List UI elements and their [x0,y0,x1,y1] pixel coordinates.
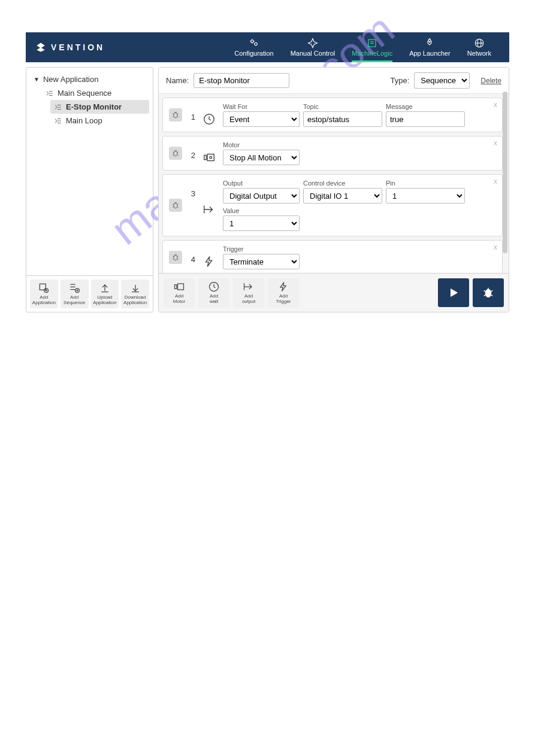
tree-label: E-Stop Monitor [66,102,122,111]
field-label: Output [223,180,300,187]
remove-step-button[interactable]: x [494,101,497,109]
remove-step-button[interactable]: x [494,177,497,186]
sequence-header: Name: Type: Sequence Delete [159,68,509,94]
btn-label: Add wait [210,294,218,305]
btn-label: Add Application [32,295,56,306]
tree-estop-monitor[interactable]: E-Stop Monitor [50,100,149,114]
bug-icon [171,253,180,262]
tree-label: Main Loop [66,116,102,125]
message-input[interactable] [386,111,465,127]
nav-machine-logic[interactable]: MachineLogic [343,32,401,62]
nav-bar: Configuration Manual Control MachineLogi… [226,32,500,62]
pin-select[interactable]: 1 [386,188,465,204]
step-number: 1 [188,103,195,127]
bug-icon [171,201,180,210]
svg-rect-16 [207,154,214,161]
step-row: x 1 Wait ForEvent Topic Message [162,98,503,132]
main-actions: Add Motor Add wait Add output Add Trigge… [159,273,509,312]
debug-toggle[interactable] [169,251,182,264]
add-wait-button[interactable]: Add wait [198,278,229,307]
remove-step-button[interactable]: x [494,139,497,147]
nav-app-launcher[interactable]: App Launcher [401,32,459,62]
rocket-icon [424,38,435,48]
svg-rect-21 [178,284,184,290]
type-label: Type: [391,76,410,85]
debug-toggle[interactable] [169,108,182,122]
delete-link[interactable]: Delete [480,77,501,85]
trigger-select[interactable]: Terminate [223,254,300,269]
wait-for-select[interactable]: Event [223,111,300,127]
device-select[interactable]: Digital IO 1 [303,188,382,204]
tree-root[interactable]: ▼ New Application [30,72,149,86]
field-label: Message [386,103,465,110]
gear-icon [249,38,259,48]
scrollbar[interactable] [503,92,507,253]
globe-icon [474,38,485,48]
brand-text: VENTION [51,42,105,52]
sidebar-actions: Add Application Add Sequence Upload Appl… [26,275,153,312]
step-row: x 2 MotorStop All Motion [162,136,503,171]
nav-configuration[interactable]: Configuration [226,32,282,62]
top-bar: VENTION Configuration Manual Control Mac… [26,32,509,62]
sequence-icon [54,103,62,111]
tree-view: ▼ New Application Main Sequence E-Stop M… [26,68,153,275]
svg-point-12 [174,113,177,118]
btn-label: Download Application [123,295,147,306]
topic-input[interactable] [303,111,382,127]
field-label: Pin [386,180,465,187]
motor-select[interactable]: Stop All Motion [223,150,300,165]
btn-label: Add Motor [173,294,185,305]
output-icon [201,180,217,231]
lightning-icon [277,281,289,293]
value-select[interactable]: 1 [223,215,300,231]
btn-label: Add Trigger [276,294,291,305]
btn-label: Add output [242,294,255,305]
add-seq-icon [68,282,80,294]
motor-icon [173,281,185,293]
step-row: x 3 OutputDigital Output Control deviceD… [162,174,503,236]
debug-toggle[interactable] [169,147,182,160]
btn-label: Upload Application [93,295,116,306]
list-icon [367,38,377,48]
debug-button[interactable] [473,278,504,307]
nav-network[interactable]: Network [459,32,500,62]
svg-point-14 [174,151,177,156]
bug-icon [482,286,495,299]
nav-label: Configuration [234,50,273,57]
nav-label: MachineLogic [352,50,392,57]
play-button[interactable] [438,278,469,307]
tree-main-sequence[interactable]: Main Sequence [42,86,149,100]
brand-logo: VENTION [35,42,105,53]
tree-label: New Application [43,75,99,84]
add-motor-button[interactable]: Add Motor [164,278,195,307]
svg-point-23 [485,290,491,297]
tree-label: Main Sequence [58,89,111,98]
workspace: ▼ New Application Main Sequence E-Stop M… [26,67,509,312]
svg-point-5 [429,41,430,42]
upload-application-button[interactable]: Upload Application [91,280,119,308]
output-select[interactable]: Digital Output [223,188,300,204]
field-label: Control device [303,180,382,187]
tree-main-loop[interactable]: Main Loop [50,114,149,127]
nav-label: Network [467,50,491,57]
main-panel: Name: Type: Sequence Delete x 1 Wait For… [158,67,509,312]
caret-down-icon: ▼ [34,76,40,83]
field-label: Motor [223,141,300,148]
download-application-button[interactable]: Download Application [121,280,149,308]
nav-manual-control[interactable]: Manual Control [282,32,344,62]
add-trigger-button[interactable]: Add Trigger [268,278,299,307]
add-output-button[interactable]: Add output [233,278,264,307]
field-label: Topic [303,103,382,110]
clock-icon [201,103,217,127]
add-application-button[interactable]: Add Application [30,280,58,308]
remove-step-button[interactable]: x [494,243,497,251]
add-sequence-button[interactable]: Add Sequence [61,280,89,308]
sidebar: ▼ New Application Main Sequence E-Stop M… [26,67,153,312]
svg-point-1 [255,42,258,45]
type-select[interactable]: Sequence [414,72,470,89]
field-label: Trigger [223,245,300,253]
app-container: VENTION Configuration Manual Control Mac… [26,32,509,312]
sequence-name-input[interactable] [194,73,289,88]
steps-list: x 1 Wait ForEvent Topic Message x 2 [159,94,509,273]
debug-toggle[interactable] [169,199,182,212]
